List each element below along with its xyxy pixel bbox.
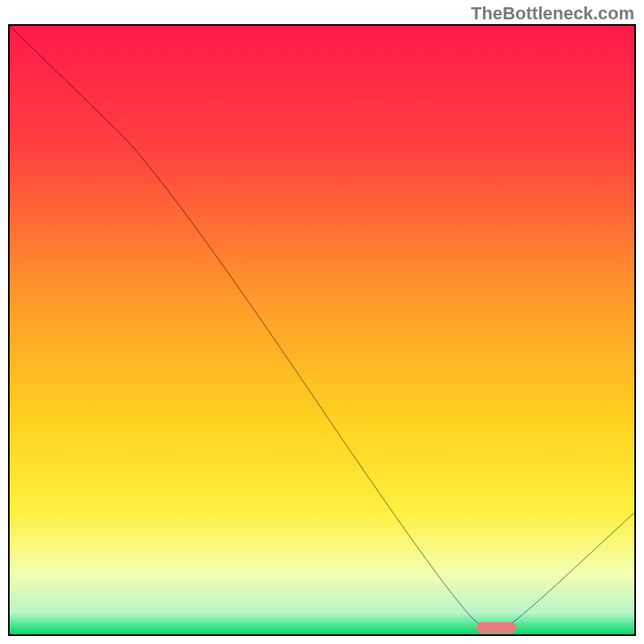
- optimal-point-marker: [477, 622, 517, 634]
- bottleneck-curve: [10, 26, 634, 634]
- chart-frame: [8, 24, 636, 636]
- watermark-text: TheBottleneck.com: [471, 3, 634, 24]
